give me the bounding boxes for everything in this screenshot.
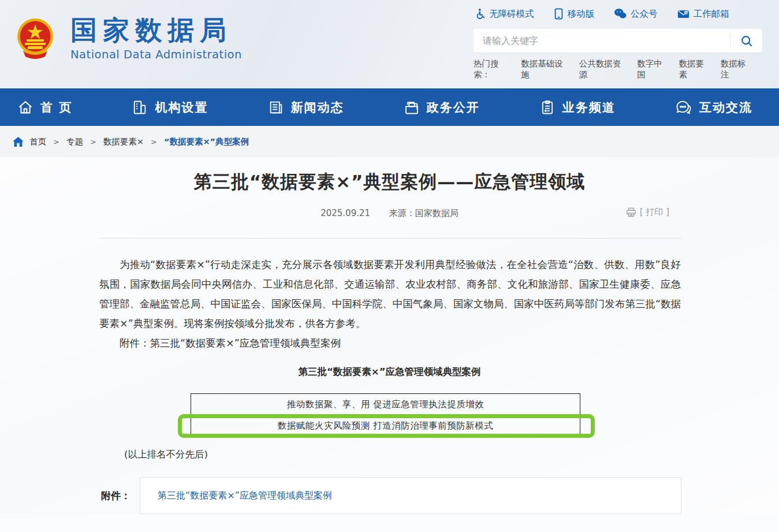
breadcrumb-separator: > [151, 137, 157, 146]
nav-item-business[interactable]: 业务频道 [539, 99, 616, 116]
printer-icon [626, 207, 636, 217]
article-meta: 2025.09.21 来源：国家数据局 [ 打印 ] [0, 200, 779, 231]
utility-links: 无障碍模式 移动版 公众号 @ 工作邮箱 [474, 6, 762, 22]
breadcrumb-item-topics[interactable]: 专题 [66, 136, 83, 147]
utility-link-label: 移动版 [568, 8, 595, 20]
site-title: 国家数据局 [70, 15, 242, 46]
page-title: 第三批“数据要素×”典型案例——应急管理领域 [0, 157, 779, 194]
main-nav: 首 页 机构设置 新闻动态 政务公开 业务频道 互动交流 [0, 88, 779, 126]
news-icon [268, 99, 284, 116]
hot-search-link[interactable]: 数字中国 [637, 58, 669, 80]
breadcrumb-home-icon[interactable] [13, 137, 24, 147]
nav-item-label: 首 页 [40, 99, 72, 116]
case-row-fire-risk[interactable]: 数据赋能火灾风险预测 打造消防治理事前预防新模式 [191, 415, 580, 437]
rank-note: (以上排名不分先后) [124, 448, 779, 461]
print-label: [ 打印 ] [640, 207, 669, 218]
accessibility-link[interactable]: 无障碍模式 [474, 8, 534, 20]
article-date: 2025.09.21 [320, 208, 370, 218]
nav-item-gov-affairs[interactable]: 政务公开 [404, 99, 480, 116]
site-logo[interactable]: 国家数据局 National Data Administration [16, 15, 242, 61]
breadcrumb-separator: > [90, 137, 96, 146]
nav-item-organization[interactable]: 机构设置 [132, 99, 208, 116]
utility-link-label: 公众号 [631, 8, 658, 20]
hot-search-link[interactable]: 数据标注 [721, 58, 753, 80]
article-attachment-line: 附件：第三批“数据要素×”应急管理领域典型案例 [99, 333, 681, 353]
mobile-version-link[interactable]: 移动版 [554, 8, 595, 20]
search-button[interactable] [730, 34, 762, 49]
site-subtitle: National Data Administration [70, 48, 242, 61]
search-box [474, 29, 762, 53]
svg-text:@: @ [684, 11, 687, 16]
nav-item-label: 业务频道 [562, 99, 616, 116]
breadcrumb-item-home[interactable]: 首页 [29, 136, 46, 147]
nav-item-home[interactable]: 首 页 [17, 99, 72, 116]
breadcrumb-item-data-elements[interactable]: 数据要素× [103, 136, 144, 147]
case-table-wrap: 推动数据聚、享、用 促进应急管理执法提质增效 数据赋能火灾风险预测 打造消防治理… [191, 393, 580, 437]
breadcrumb-item-current: “数据要素×”典型案例 [164, 136, 249, 147]
folder-icon [404, 99, 420, 116]
attachment-label: 附件： [101, 489, 131, 503]
article-paragraph: 为推动“数据要素×”行动走深走实，充分展示各领域数据要素开发利用典型经验做法，在… [99, 255, 681, 333]
nav-item-label: 政务公开 [427, 99, 480, 116]
breadcrumb-separator: > [53, 137, 59, 146]
article-content: 第三批“数据要素×”典型案例——应急管理领域 2025.09.21 来源：国家数… [0, 157, 779, 514]
nav-item-news[interactable]: 新闻动态 [268, 99, 344, 116]
utility-link-label: 无障碍模式 [489, 8, 534, 20]
work-mail-link[interactable]: @ 工作邮箱 [677, 8, 729, 20]
article-source: 来源：国家数据局 [389, 208, 459, 218]
accessibility-icon [474, 8, 485, 20]
search-icon [740, 35, 753, 47]
wechat-account-link[interactable]: 公众号 [614, 8, 658, 20]
nav-item-label: 新闻动态 [291, 99, 344, 116]
hot-search-link[interactable]: 数据基础设施 [521, 58, 569, 80]
building-icon [132, 99, 148, 116]
article-body: 为推动“数据要素×”行动走深走实，充分展示各领域数据要素开发利用典型经验做法，在… [99, 255, 681, 353]
case-table: 推动数据聚、享、用 促进应急管理执法提质增效 数据赋能火灾风险预测 打造消防治理… [191, 393, 580, 437]
home-icon [17, 99, 33, 116]
table-row: 推动数据聚、享、用 促进应急管理执法提质增效 [191, 394, 580, 415]
attachment-box: 第三批“数据要素×”应急管理领域典型案例 [140, 477, 681, 514]
case-row-law-enforcement[interactable]: 推动数据聚、享、用 促进应急管理执法提质增效 [191, 394, 580, 415]
nav-item-interaction[interactable]: 互动交流 [675, 99, 752, 116]
search-input[interactable] [474, 29, 730, 53]
national-emblem-icon [16, 17, 54, 59]
hot-search-link[interactable]: 数据要素 [679, 58, 711, 80]
wechat-icon [614, 8, 627, 20]
mail-icon: @ [677, 9, 689, 19]
meta-divider [98, 238, 681, 239]
print-button[interactable]: [ 打印 ] [626, 207, 669, 218]
clipboard-icon [539, 99, 556, 116]
chat-icon [675, 99, 692, 116]
case-table-heading: 第三批“数据要素×”应急管理领域典型案例 [0, 366, 779, 378]
mobile-icon [554, 8, 564, 20]
site-header: 国家数据局 National Data Administration 无障碍模式… [0, 0, 779, 88]
hot-search-link[interactable]: 公共数据资源 [579, 58, 628, 80]
utility-link-label: 工作邮箱 [694, 8, 729, 20]
breadcrumb: 首页 > 专题 > 数据要素× > “数据要素×”典型案例 [0, 126, 779, 157]
nav-item-label: 互动交流 [699, 99, 752, 116]
attachment-section: 附件： 第三批“数据要素×”应急管理领域典型案例 [101, 477, 779, 514]
hot-search-label: 热门搜索： [474, 58, 514, 80]
table-row: 数据赋能火灾风险预测 打造消防治理事前预防新模式 [191, 415, 580, 437]
hot-search-row: 热门搜索： 数据基础设施 公共数据资源 数字中国 数据要素 数据标注 [474, 58, 762, 80]
nav-item-label: 机构设置 [155, 99, 208, 116]
attachment-link[interactable]: 第三批“数据要素×”应急管理领域典型案例 [158, 490, 332, 502]
